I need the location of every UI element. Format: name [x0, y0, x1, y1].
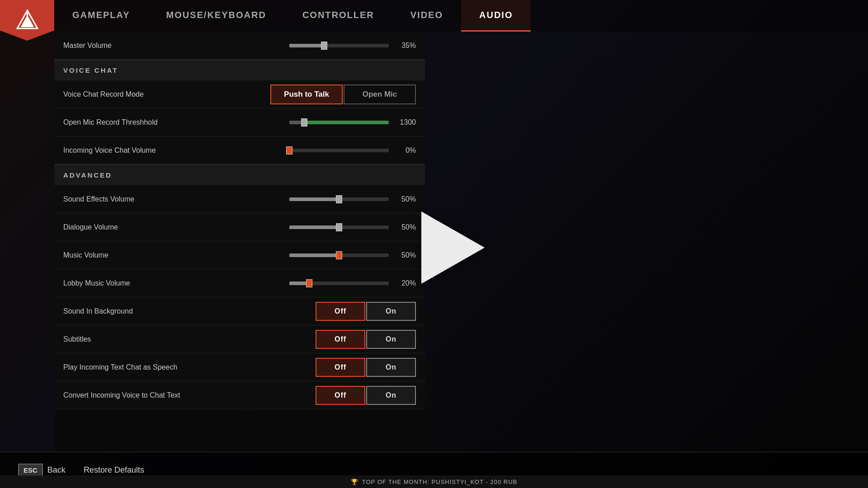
subtitles-label: Subtitles	[63, 335, 316, 343]
play-incoming-text-off[interactable]: Off	[316, 358, 365, 377]
sound-effects-volume-control: 50%	[289, 195, 416, 203]
dialogue-volume-fill	[289, 225, 339, 229]
play-incoming-text-label: Play Incoming Text Chat as Speech	[63, 363, 316, 371]
setting-row-dialogue-volume: Dialogue Volume 50%	[54, 213, 425, 241]
tab-audio[interactable]: AUDIO	[461, 0, 531, 32]
play-incoming-text-control: Off On	[316, 358, 416, 377]
music-volume-fill	[289, 253, 339, 257]
setting-row-music-volume: Music Volume 50%	[54, 241, 425, 269]
section-header-advanced: ADVANCED	[54, 164, 425, 185]
subtitles-on[interactable]: On	[366, 330, 416, 349]
lobby-music-volume-thumb[interactable]	[306, 279, 312, 287]
master-volume-value: 35%	[393, 42, 416, 50]
master-volume-fill	[289, 44, 324, 47]
open-mic-threshold-value: 1300	[393, 118, 416, 127]
voice-chat-record-mode-control: Push to Talk Open Mic	[270, 84, 416, 104]
bottom-ribbon: 🏆 TOP OF THE MONTH: PUSHISTYI_KOT - 200 …	[0, 475, 868, 488]
settings-content[interactable]: Master Volume 35% VOICE CHAT Voice Chat …	[54, 32, 425, 452]
sound-in-background-control: Off On	[316, 302, 416, 321]
subtitles-off[interactable]: Off	[316, 330, 365, 349]
music-volume-thumb[interactable]	[336, 251, 342, 259]
convert-incoming-voice-on[interactable]: On	[366, 386, 416, 405]
music-volume-value: 50%	[393, 251, 416, 259]
ribbon-text: TOP OF THE MONTH: PUSHISTYI_KOT - 200 RU…	[362, 479, 517, 485]
convert-incoming-voice-control: Off On	[316, 386, 416, 405]
sound-effects-volume-fill	[289, 197, 339, 201]
setting-row-voice-chat-record-mode: Voice Chat Record Mode Push to Talk Open…	[54, 80, 425, 108]
tab-video[interactable]: VIDEO	[392, 0, 461, 32]
lobby-music-volume-label: Lobby Music Volume	[63, 279, 289, 287]
trophy-icon: 🏆	[351, 479, 359, 485]
sound-effects-volume-track[interactable]	[289, 197, 389, 201]
sound-effects-volume-value: 50%	[393, 195, 416, 203]
dialogue-volume-track[interactable]	[289, 225, 389, 229]
back-label: Back	[47, 465, 66, 475]
incoming-voice-volume-label: Incoming Voice Chat Volume	[63, 146, 289, 155]
sound-effects-volume-thumb[interactable]	[336, 195, 342, 203]
settings-panel: Master Volume 35% VOICE CHAT Voice Chat …	[54, 32, 425, 452]
dialogue-volume-label: Dialogue Volume	[63, 223, 289, 231]
setting-row-incoming-voice-volume: Incoming Voice Chat Volume 0%	[54, 136, 425, 164]
music-volume-track[interactable]	[289, 253, 389, 257]
nav-tabs: GAMEPLAY MOUSE/KEYBOARD CONTROLLER VIDEO…	[54, 0, 868, 32]
bottom-bar: ESC Back Restore Defaults 🏆 TOP OF THE M…	[0, 452, 868, 488]
dialogue-volume-thumb[interactable]	[336, 223, 342, 231]
push-to-talk-button[interactable]: Push to Talk	[270, 84, 343, 104]
esc-key: ESC	[18, 464, 43, 477]
master-volume-label: Master Volume	[63, 42, 289, 50]
setting-row-lobby-music-volume: Lobby Music Volume 20%	[54, 269, 425, 297]
master-volume-track[interactable]	[289, 44, 389, 47]
play-incoming-text-on[interactable]: On	[366, 358, 416, 377]
tab-controller[interactable]: CONTROLLER	[284, 0, 392, 32]
setting-row-subtitles: Subtitles Off On	[54, 325, 425, 353]
sound-in-background-off[interactable]: Off	[316, 302, 365, 321]
sound-in-background-label: Sound In Background	[63, 307, 316, 315]
convert-incoming-voice-off[interactable]: Off	[316, 386, 365, 405]
setting-row-open-mic-threshold: Open Mic Record Threshhold 1300	[54, 108, 425, 136]
voice-chat-record-mode-label: Voice Chat Record Mode	[63, 90, 270, 99]
music-volume-control: 50%	[289, 251, 416, 259]
open-mic-threshold-track[interactable]	[289, 121, 389, 124]
incoming-voice-volume-thumb[interactable]	[286, 146, 292, 155]
master-volume-control: 35%	[289, 42, 416, 50]
sound-in-background-on[interactable]: On	[366, 302, 416, 321]
section-header-voice-chat: VOICE CHAT	[54, 60, 425, 80]
lobby-music-volume-value: 20%	[393, 279, 416, 287]
dialogue-volume-value: 50%	[393, 223, 416, 231]
convert-incoming-voice-label: Convert Incoming Voice to Chat Text	[63, 391, 316, 399]
setting-row-play-incoming-text: Play Incoming Text Chat as Speech Off On	[54, 353, 425, 381]
lobby-music-volume-track[interactable]	[289, 282, 389, 285]
lobby-music-volume-control: 20%	[289, 279, 416, 287]
incoming-voice-volume-control: 0%	[289, 146, 416, 155]
dialogue-volume-control: 50%	[289, 223, 416, 231]
tab-gameplay[interactable]: GAMEPLAY	[54, 0, 148, 32]
setting-row-master-volume: Master Volume 35%	[54, 32, 425, 60]
restore-defaults-button[interactable]: Restore Defaults	[84, 465, 144, 475]
open-mic-button[interactable]: Open Mic	[344, 84, 416, 104]
subtitles-control: Off On	[316, 330, 416, 349]
tab-mouse-keyboard[interactable]: MOUSE/KEYBOARD	[148, 0, 284, 32]
setting-row-sound-in-background: Sound In Background Off On	[54, 297, 425, 325]
setting-row-convert-incoming-voice: Convert Incoming Voice to Chat Text Off …	[54, 381, 425, 409]
logo-symbol	[14, 7, 41, 34]
incoming-voice-volume-track[interactable]	[289, 149, 389, 152]
back-button[interactable]: ESC Back	[18, 464, 66, 477]
master-volume-thumb[interactable]	[321, 42, 327, 50]
incoming-voice-volume-value: 0%	[393, 146, 416, 155]
open-mic-threshold-label: Open Mic Record Threshhold	[63, 118, 289, 127]
setting-row-sound-effects-volume: Sound Effects Volume 50%	[54, 185, 425, 213]
sound-effects-volume-label: Sound Effects Volume	[63, 195, 289, 203]
open-mic-threshold-control: 1300	[289, 118, 416, 127]
music-volume-label: Music Volume	[63, 251, 289, 259]
open-mic-threshold-thumb[interactable]	[301, 118, 307, 127]
